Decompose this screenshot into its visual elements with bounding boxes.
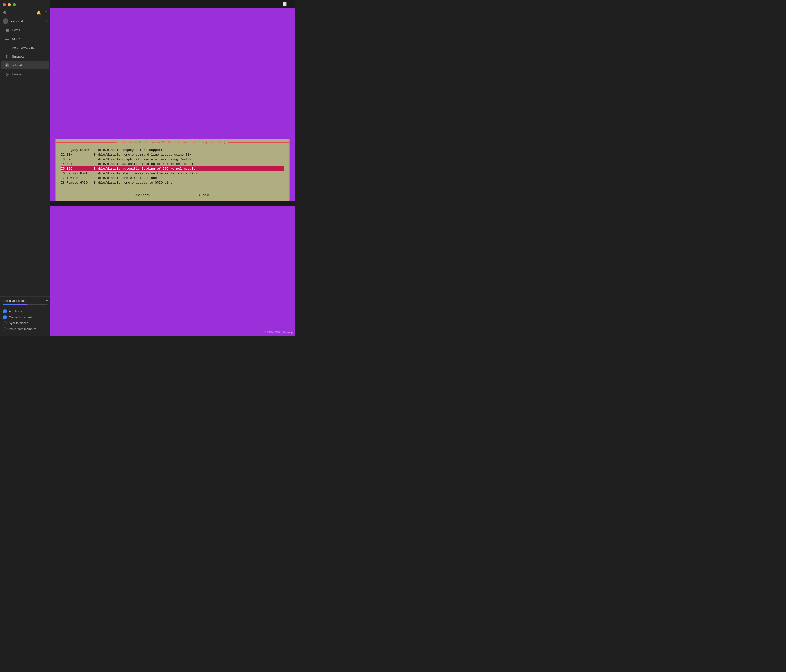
dialog-title-text: Raspberry Pi Software Configuration Tool…: [117, 141, 228, 144]
menu-row-I2[interactable]: I2 SSH Enable/disable remote command lin…: [61, 152, 284, 157]
menu-desc-I5: Enable/disable automatic loading of I2C …: [94, 167, 195, 171]
menu-row-I7[interactable]: I7 1-Wire Enable/disable one-wire interf…: [61, 176, 284, 181]
setup-item-sync-mobile-label: Sync to mobile: [9, 322, 28, 325]
menu-desc-I7: Enable/disable one-wire interface: [94, 176, 157, 180]
menu-key-I6: I6 Serial Port: [61, 171, 94, 175]
menu-row-I5[interactable]: I5 I2C Enable/disable automatic loading …: [61, 166, 284, 171]
menu-row-I4[interactable]: I4 SPI Enable/disable automatic loading …: [61, 162, 284, 166]
check-connect-host: ✓: [3, 315, 7, 319]
dialog-body: I1 Legacy Camera Enable/disable legacy c…: [56, 146, 289, 189]
settings-icon[interactable]: ⚙: [3, 10, 6, 15]
layout-icon[interactable]: ⊞: [44, 10, 47, 15]
personal-label: Personal: [10, 19, 23, 23]
progress-bar-container: [3, 305, 47, 306]
setup-item-add-hosts[interactable]: ✓ Add hosts: [3, 308, 47, 314]
close-button[interactable]: [3, 3, 6, 6]
menu-row-I6[interactable]: I6 Serial Port Enable/disable shell mess…: [61, 171, 284, 176]
port-forwarding-icon: ↪: [5, 45, 9, 50]
raspi-config-dialog: Raspberry Pi Software Configuration Tool…: [55, 138, 289, 201]
menu-desc-I2: Enable/disable remote command line acces…: [94, 153, 192, 157]
dialog-title-line-right: [228, 142, 289, 143]
menu-key-I4: I4 SPI: [61, 162, 94, 166]
main-content: ⬜ ⊞ Raspberry Pi Software Configuration …: [50, 0, 294, 336]
menu-key-I8: I8 Remote GPIO: [61, 181, 94, 185]
hosts-icon: ▦: [5, 28, 9, 32]
menu-key-I5: I5 I2C: [61, 167, 94, 171]
pi-local-label: pi.local: [12, 63, 22, 67]
sidebar-item-sftp[interactable]: ▬ SFTP: [2, 35, 49, 43]
menu-desc-I1: Enable/disable legacy camera support: [94, 148, 163, 152]
menu-key-I1: I1 Legacy Camera: [61, 148, 94, 152]
setup-item-add-hosts-label: Add hosts: [9, 310, 22, 313]
dialog-title-bar: Raspberry Pi Software Configuration Tool…: [56, 139, 289, 146]
menu-desc-I6: Enable/disable shell messages on the ser…: [94, 171, 197, 175]
menu-row-I3[interactable]: I3 VNC Enable/disable graphical remote a…: [61, 157, 284, 162]
sidebar-top-actions: ⚙ 🔔 ⊞: [0, 9, 50, 17]
personal-avatar: P: [3, 19, 8, 24]
menu-row-I8[interactable]: I8 Remote GPIO Enable/disable remote acc…: [61, 181, 284, 185]
back-button[interactable]: <Back>: [196, 193, 212, 198]
personal-section[interactable]: P Personal ▾: [0, 17, 50, 25]
history-icon: ◷: [5, 72, 9, 76]
window-icon-2[interactable]: ⊞: [289, 2, 292, 6]
chevron-down-icon: ▾: [46, 19, 47, 23]
menu-row-I1[interactable]: I1 Legacy Camera Enable/disable legacy c…: [61, 148, 284, 152]
terminal-window-bar: ⬜ ⊞: [50, 0, 294, 8]
sidebar-item-pi-local[interactable]: ⚙ pi.local: [2, 61, 49, 69]
sidebar-item-history[interactable]: ◷ History: [2, 70, 49, 78]
sidebar-item-port-forwarding[interactable]: ↪ Port Forwarding: [2, 43, 49, 52]
check-invite-team: [3, 327, 7, 331]
menu-desc-I8: Enable/disable remote access to GPIO pin…: [94, 181, 172, 185]
titlebar: [0, 0, 50, 9]
menu-desc-I3: Enable/disable graphical remote access u…: [94, 157, 193, 161]
finish-setup-chevron: ▾: [46, 299, 47, 303]
sidebar-item-snippets[interactable]: {} Snippets: [2, 52, 49, 61]
terminal-bottom-bar: [50, 201, 294, 206]
setup-item-sync-mobile[interactable]: Sync to mobile: [3, 320, 47, 326]
maximize-button[interactable]: [13, 3, 16, 6]
setup-item-connect-host[interactable]: ✓ Connect to a host: [3, 314, 47, 320]
dialog-title-line-left: [56, 142, 117, 143]
finish-setup-label: Finish your setup:: [3, 299, 26, 303]
terminal-bottom-area: [50, 206, 294, 336]
dialog-buttons: <Select> <Back>: [56, 189, 289, 201]
finish-setup-header[interactable]: Finish your setup: ▾: [3, 299, 47, 303]
sidebar-item-history-label: History: [12, 72, 22, 76]
menu-desc-I4: Enable/disable automatic loading of SPI …: [94, 162, 195, 166]
check-sync-mobile: [3, 321, 7, 325]
sidebar: ⚙ 🔔 ⊞ P Personal ▾ ▦ Hosts ▬ SFTP ↪ Port…: [0, 0, 50, 336]
sidebar-item-hosts-label: Hosts: [12, 28, 20, 32]
menu-key-I3: I3 VNC: [61, 157, 94, 161]
snippets-icon: {}: [5, 54, 9, 58]
sidebar-item-snippets-label: Snippets: [12, 55, 24, 58]
setup-item-invite-team[interactable]: Invite team members: [3, 326, 47, 332]
setup-item-connect-host-label: Connect to a host: [9, 316, 32, 319]
pi-local-icon: ⚙: [5, 63, 9, 68]
progress-bar-fill: [3, 305, 28, 306]
setup-item-invite-team-label: Invite team members: [9, 327, 36, 331]
check-add-hosts: ✓: [3, 309, 7, 313]
sidebar-item-port-forwarding-label: Port Forwarding: [12, 46, 35, 49]
minimize-button[interactable]: [8, 3, 11, 6]
select-button[interactable]: <Select>: [133, 193, 152, 198]
window-icon-1[interactable]: ⬜: [283, 2, 287, 6]
finish-setup-section: Finish your setup: ▾ ✓ Add hosts ✓ Conne…: [0, 296, 50, 336]
watermark: CSDN号我领域小能手App: [264, 331, 292, 334]
notification-icon[interactable]: 🔔: [36, 10, 41, 15]
sidebar-item-sftp-label: SFTP: [12, 37, 20, 41]
menu-key-I7: I7 1-Wire: [61, 176, 94, 180]
sidebar-item-hosts[interactable]: ▦ Hosts: [2, 26, 49, 34]
menu-key-I2: I2 SSH: [61, 153, 94, 157]
sftp-icon: ▬: [5, 36, 9, 41]
terminal-top-area: [50, 8, 294, 138]
